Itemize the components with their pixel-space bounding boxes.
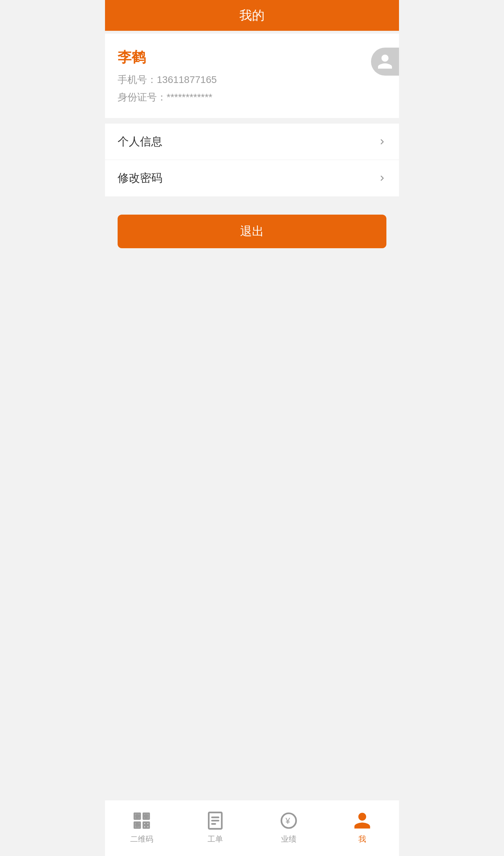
mine-icon [352, 810, 373, 831]
svg-rect-8 [145, 815, 147, 817]
menu-item-personal-info-label: 个人信息 [118, 134, 162, 149]
bottom-spacer [105, 681, 399, 737]
menu-item-personal-info[interactable]: 个人信息 [105, 124, 399, 160]
menu-section: 个人信息 修改密码 [105, 124, 399, 196]
logout-button[interactable]: 退出 [118, 215, 386, 248]
section-divider-2 [105, 196, 399, 202]
nav-item-qrcode[interactable]: 二维码 [105, 807, 178, 844]
orders-icon [205, 810, 226, 831]
profile-id: 身份证号：************ [118, 91, 386, 104]
menu-item-change-password[interactable]: 修改密码 [105, 160, 399, 196]
svg-text:¥: ¥ [285, 816, 290, 826]
nav-label-mine: 我 [358, 834, 366, 844]
nav-item-orders[interactable]: 工单 [178, 807, 252, 844]
header-title: 我的 [239, 7, 265, 24]
profile-section: 李鹤 手机号：13611877165 身份证号：************ [105, 34, 399, 118]
phone-value: 13611877165 [157, 74, 217, 85]
profile-phone: 手机号：13611877165 [118, 73, 386, 86]
id-value: ************ [167, 92, 212, 103]
phone-label: 手机号： [118, 74, 157, 85]
avatar [371, 48, 399, 76]
chevron-right-icon-2 [378, 174, 386, 182]
nav-label-qrcode: 二维码 [130, 834, 153, 844]
performance-icon: ¥ [278, 810, 299, 831]
main-content [105, 261, 399, 681]
svg-rect-4 [147, 822, 149, 825]
nav-label-performance: 业绩 [281, 834, 296, 844]
svg-rect-5 [144, 826, 146, 828]
bottom-nav: 二维码 工单 ¥ 业绩 我 [105, 800, 399, 856]
svg-rect-9 [136, 824, 139, 826]
section-divider-1 [105, 118, 399, 124]
id-label: 身份证号： [118, 92, 167, 103]
svg-rect-3 [144, 822, 146, 825]
header-divider [105, 31, 399, 34]
menu-item-change-password-label: 修改密码 [118, 170, 162, 186]
nav-item-performance[interactable]: ¥ 业绩 [252, 807, 326, 844]
profile-name: 李鹤 [118, 48, 386, 67]
chevron-right-icon [378, 138, 386, 146]
svg-rect-7 [136, 815, 139, 817]
nav-item-mine[interactable]: 我 [326, 807, 399, 844]
logout-section: 退出 [105, 202, 399, 261]
svg-rect-6 [147, 826, 149, 828]
qrcode-icon [131, 810, 152, 831]
header-bar: 我的 [105, 0, 399, 31]
nav-label-orders: 工单 [208, 834, 223, 844]
